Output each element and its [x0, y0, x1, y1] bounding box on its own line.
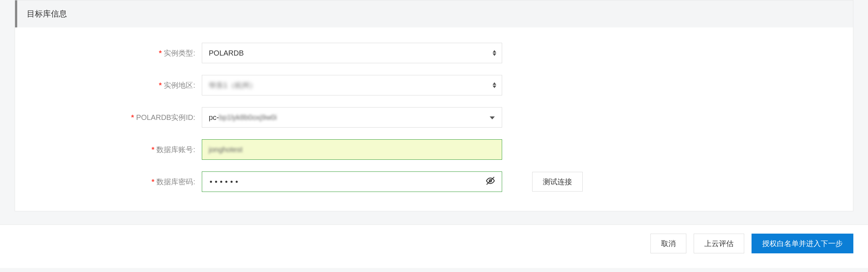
row-polardb-id: *POLARDB实例ID: pc-bp1lyk8b0oxj9w0i — [26, 107, 842, 128]
cancel-label: 取消 — [661, 239, 676, 249]
polardb-id-masked: bp1lyk8b0oxj9w0i — [219, 113, 277, 122]
footer-bar: 取消 上云评估 授权白名单并进入下一步 — [0, 224, 868, 268]
svg-marker-4 — [490, 117, 495, 120]
row-instance-region: *实例地区: 华东1（杭州） — [26, 75, 842, 95]
target-db-info-panel: 目标库信息 *实例类型: POLARDB — [15, 0, 853, 211]
required-star-icon: * — [152, 178, 155, 186]
label-text-polardb-id: POLARDB实例ID: — [136, 113, 195, 121]
panel-body: *实例类型: POLARDB *实例地区: — [15, 27, 853, 211]
label-text-db-account: 数据库账号: — [156, 146, 195, 154]
label-text-db-password: 数据库密码: — [156, 178, 195, 186]
instance-region-value: 华东1（杭州） — [209, 80, 257, 90]
panel-header: 目标库信息 — [15, 0, 853, 27]
db-account-input[interactable]: jonghotest — [202, 139, 502, 160]
required-star-icon: * — [159, 49, 162, 57]
svg-marker-0 — [493, 50, 496, 53]
instance-type-select[interactable]: POLARDB — [202, 43, 502, 63]
cancel-button[interactable]: 取消 — [650, 234, 686, 253]
svg-marker-1 — [493, 53, 496, 56]
authorize-next-label: 授权白名单并进入下一步 — [762, 239, 843, 249]
row-db-account: *数据库账号: jonghotest — [26, 139, 842, 160]
label-db-password: *数据库密码: — [26, 177, 202, 187]
label-polardb-id: *POLARDB实例ID: — [26, 113, 202, 122]
label-text-instance-type: 实例类型: — [164, 49, 195, 57]
svg-marker-2 — [493, 82, 496, 85]
cloud-assess-label: 上云评估 — [704, 239, 734, 249]
test-connection-label: 测试连接 — [543, 177, 572, 187]
instance-region-select[interactable]: 华东1（杭州） — [202, 75, 502, 95]
polardb-id-select[interactable]: pc-bp1lyk8b0oxj9w0i — [202, 107, 502, 128]
caret-down-icon — [489, 113, 495, 122]
required-star-icon: * — [159, 81, 162, 89]
panel-title: 目标库信息 — [27, 9, 67, 18]
spinner-arrows-icon — [492, 50, 497, 56]
required-star-icon: * — [152, 146, 155, 154]
db-account-value: jonghotest — [209, 146, 242, 154]
polardb-id-prefix: pc- — [209, 113, 219, 122]
authorize-next-button[interactable]: 授权白名单并进入下一步 — [752, 234, 853, 253]
row-instance-type: *实例类型: POLARDB — [26, 43, 842, 63]
test-connection-button[interactable]: 测试连接 — [532, 172, 583, 192]
db-password-value: •••••• — [209, 177, 240, 186]
required-star-icon: * — [131, 113, 134, 121]
eye-slash-icon[interactable] — [486, 176, 495, 188]
label-text-instance-region: 实例地区: — [164, 81, 195, 89]
label-db-account: *数据库账号: — [26, 145, 202, 155]
db-password-input[interactable]: •••••• — [202, 171, 502, 192]
cloud-assess-button[interactable]: 上云评估 — [694, 234, 744, 253]
spinner-arrows-icon — [492, 82, 497, 88]
svg-marker-3 — [493, 86, 496, 88]
instance-type-value: POLARDB — [209, 49, 244, 57]
row-db-password: *数据库密码: •••••• — [26, 171, 842, 192]
label-instance-region: *实例地区: — [26, 80, 202, 90]
label-instance-type: *实例类型: — [26, 48, 202, 58]
